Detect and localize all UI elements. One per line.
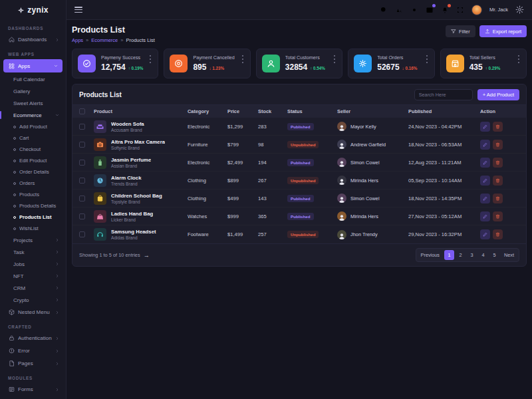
pagination-page-4[interactable]: 4 bbox=[478, 250, 488, 260]
filter-button[interactable]: Filter bbox=[446, 25, 475, 37]
sidebar-item-sweet-alerts[interactable]: Sweet Alerts bbox=[0, 97, 66, 109]
edit-button[interactable] bbox=[480, 194, 490, 203]
sidebar-item-apps[interactable]: Apps bbox=[3, 59, 63, 72]
delete-button[interactable] bbox=[493, 158, 503, 168]
row-checkbox[interactable] bbox=[79, 231, 85, 237]
edit-button[interactable] bbox=[480, 122, 490, 132]
breadcrumb-item[interactable]: Ecommerce bbox=[91, 37, 118, 43]
perfume-icon bbox=[96, 159, 104, 166]
category-cell: Clothing bbox=[188, 178, 227, 184]
row-checkbox[interactable] bbox=[79, 178, 85, 184]
add-product-button[interactable]: + Add Product bbox=[477, 89, 519, 100]
sidebar-item-dashboards[interactable]: Dashboards bbox=[0, 33, 66, 46]
apps-card-icon[interactable] bbox=[426, 6, 434, 14]
sidebar-item-orders[interactable]: Orders bbox=[0, 178, 66, 189]
status-cell: Unpublished bbox=[287, 141, 337, 148]
theme-sun-icon[interactable] bbox=[410, 6, 418, 14]
seller-name: Jhon Trendy bbox=[350, 231, 378, 237]
sidebar-item-ecommerce[interactable]: Ecommerce bbox=[0, 109, 66, 121]
sidebar-item-nested-menu[interactable]: Nested Menu bbox=[0, 306, 66, 319]
sidebar-item-products-list[interactable]: Products List bbox=[0, 211, 66, 223]
select-all-checkbox[interactable] bbox=[79, 108, 85, 114]
search-input[interactable] bbox=[414, 89, 473, 100]
delete-button[interactable] bbox=[493, 140, 503, 150]
sidebar-item-task[interactable]: Task bbox=[0, 246, 66, 258]
edit-button[interactable] bbox=[480, 140, 490, 150]
delete-button[interactable] bbox=[493, 194, 503, 203]
published-cell: 29,Nov 2023 - 16:32PM bbox=[408, 231, 480, 237]
pagination-page-1[interactable]: 1 bbox=[444, 250, 454, 260]
delete-button[interactable] bbox=[493, 122, 503, 132]
row-checkbox[interactable] bbox=[79, 124, 85, 130]
kebab-menu-icon[interactable] bbox=[516, 55, 521, 63]
column-header-seller: Seller bbox=[337, 108, 408, 114]
settings-gear-icon[interactable] bbox=[515, 5, 524, 14]
sidebar-item-error[interactable]: Error bbox=[0, 344, 66, 357]
sidebar-item-edit-product[interactable]: Edit Product bbox=[0, 155, 66, 166]
edit-button[interactable] bbox=[480, 211, 490, 221]
fullscreen-icon[interactable] bbox=[456, 6, 464, 14]
delete-button[interactable] bbox=[493, 211, 503, 221]
sidebar-item-full-calendar[interactable]: Full Calendar bbox=[0, 73, 66, 85]
page-title: Products List bbox=[72, 25, 155, 35]
delete-button[interactable] bbox=[493, 176, 503, 186]
pagination-page-5[interactable]: 5 bbox=[489, 250, 499, 260]
sidebar-item-authentication[interactable]: Authentication bbox=[0, 332, 66, 344]
sidebar-item-forms[interactable]: Forms bbox=[0, 383, 66, 396]
status-cell: Unpublished bbox=[287, 177, 337, 184]
pagination-page-3[interactable]: 3 bbox=[467, 250, 477, 260]
pagination-page-2[interactable]: 2 bbox=[456, 250, 466, 260]
edit-button[interactable] bbox=[480, 229, 490, 239]
notifications-icon[interactable] bbox=[441, 6, 449, 14]
row-checkbox[interactable] bbox=[79, 160, 85, 166]
export-report-button[interactable]: Export report bbox=[479, 25, 527, 37]
sidebar-item-crypto[interactable]: Crypto bbox=[0, 294, 66, 306]
seller-cell: Mirinda Hers bbox=[337, 211, 408, 221]
user-avatar[interactable] bbox=[471, 5, 482, 15]
sidebar-item-products-details[interactable]: Products Details bbox=[0, 200, 66, 211]
brand-logo[interactable]: zynix bbox=[0, 0, 66, 20]
sidebar-item-nft[interactable]: NFT bbox=[0, 270, 66, 282]
translate-icon[interactable] bbox=[395, 6, 403, 14]
stat-card-paymeny-success: Paymeny Success12,754↑ 0.19% bbox=[72, 49, 158, 78]
sidebar-item-label: Add Product bbox=[19, 124, 59, 130]
pagination-previous[interactable]: Previous bbox=[418, 250, 443, 260]
sidebar-item-pages[interactable]: Pages bbox=[0, 357, 66, 370]
sidebar-item-order-details[interactable]: Order Details bbox=[0, 166, 66, 178]
sidebar-item-jobs[interactable]: Jobs bbox=[0, 258, 66, 270]
sidebar-item-checkout[interactable]: Checkout bbox=[0, 144, 66, 155]
table-footer: Showing 1 to 5 of 10 entries → Previous1… bbox=[72, 243, 526, 266]
edit-button[interactable] bbox=[480, 176, 490, 186]
sidebar-item-label: Gallery bbox=[13, 88, 59, 94]
sidebar-item-projects[interactable]: Projects bbox=[0, 234, 66, 246]
export-upload-icon bbox=[485, 29, 490, 34]
delete-button[interactable] bbox=[493, 229, 503, 239]
user-name[interactable]: Mr. Jack bbox=[489, 7, 508, 13]
sidebar-item-products[interactable]: Products bbox=[0, 189, 66, 200]
sidebar-item-add-product[interactable]: Add Product bbox=[0, 121, 66, 132]
product-cell: Ladies Hand BagLicker Brand bbox=[94, 210, 188, 223]
bullet-icon bbox=[13, 227, 16, 230]
row-checkbox[interactable] bbox=[79, 142, 85, 148]
sidebar-item-label: Ecommerce bbox=[13, 112, 52, 118]
product-text: Samsung HeadsetAdidas Brand bbox=[111, 229, 156, 240]
sidebar-item-wishlist[interactable]: WishList bbox=[0, 223, 66, 234]
search-icon[interactable] bbox=[380, 6, 388, 14]
breadcrumb-item[interactable]: Apps bbox=[72, 37, 83, 43]
row-checkbox[interactable] bbox=[79, 213, 85, 219]
kebab-menu-icon[interactable] bbox=[148, 55, 153, 63]
row-checkbox[interactable] bbox=[79, 196, 85, 201]
kebab-menu-icon[interactable] bbox=[424, 55, 430, 63]
stat-value: 32854 bbox=[285, 63, 307, 72]
sidebar-item-crm[interactable]: CRM bbox=[0, 282, 66, 294]
menu-toggle-icon[interactable] bbox=[74, 7, 82, 13]
column-header-product: Product bbox=[94, 108, 188, 114]
kebab-menu-icon[interactable] bbox=[332, 55, 337, 63]
sofa-icon bbox=[96, 123, 104, 130]
sidebar-item-cart[interactable]: Cart bbox=[0, 132, 66, 144]
pagination-next[interactable]: Next bbox=[501, 250, 517, 260]
sidebar-item-gallery[interactable]: Gallery bbox=[0, 85, 66, 97]
edit-button[interactable] bbox=[480, 158, 490, 168]
kebab-menu-icon[interactable] bbox=[240, 55, 245, 63]
sidebar-item-label: Authentication bbox=[18, 335, 52, 341]
